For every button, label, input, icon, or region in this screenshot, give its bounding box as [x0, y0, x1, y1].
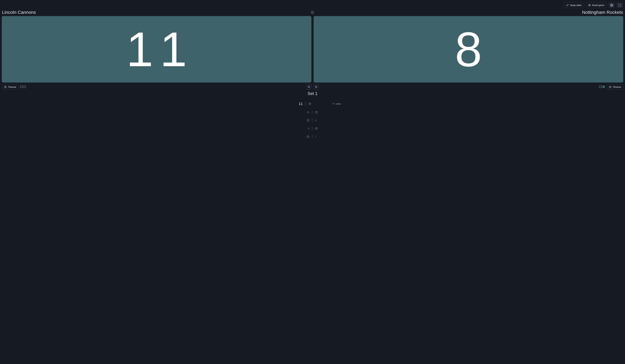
log-right-cell: 7	[315, 135, 341, 138]
timeout-dot	[23, 85, 26, 88]
set-label-row: Set 1	[1, 90, 624, 96]
log-right-cell	[309, 103, 328, 105]
score-left-value: 11	[120, 25, 193, 74]
timeout-indicators-left	[20, 85, 26, 89]
settings-button[interactable]	[608, 2, 615, 8]
log-right-cell: 8	[315, 119, 341, 122]
timeout-button-right[interactable]: Timeout	[606, 84, 623, 90]
log-value: 8	[315, 119, 316, 122]
log-right-cell	[315, 127, 341, 130]
gear-icon	[610, 4, 613, 7]
sets-won-right: 0	[313, 84, 319, 90]
log-left-cell: 10	[283, 111, 309, 113]
team-left-name: Lincoln Cannons	[2, 10, 311, 15]
svg-rect-6	[315, 112, 317, 113]
log-value: 10	[307, 111, 309, 113]
clock-icon	[609, 86, 612, 88]
score-card-right[interactable]: 8	[313, 16, 623, 83]
score-log: 11Undo10897	[1, 96, 624, 363]
calendar-icon	[315, 127, 318, 130]
log-row: 8	[283, 119, 342, 122]
clock-icon	[4, 86, 7, 88]
score-right-value: 8	[455, 25, 482, 74]
sets-won-left: 0	[306, 84, 312, 90]
timeout-label-left: Timeout	[8, 86, 16, 88]
set-label: Set 1	[308, 91, 317, 96]
calendar-icon	[309, 103, 311, 105]
sets-center: 0 0	[306, 84, 319, 90]
svg-rect-9	[307, 136, 309, 138]
reset-icon	[588, 4, 591, 6]
svg-rect-7	[307, 119, 309, 121]
svg-rect-5	[309, 103, 311, 105]
calendar-icon	[307, 119, 309, 122]
app-root: Swap sides Reset game Lincoln Cannons No…	[0, 0, 625, 364]
log-value: 11	[299, 102, 303, 106]
maximize-icon	[618, 4, 621, 7]
timeout-indicators-right	[599, 85, 605, 89]
below-row: Timeout 0 0 Timeout	[1, 83, 624, 90]
log-left-cell: 11	[283, 102, 303, 106]
undo-button[interactable]: Undo	[332, 102, 342, 106]
team-right-name: Nottingham Rockets	[314, 10, 623, 15]
log-left-cell	[283, 135, 309, 138]
calendar-icon	[307, 135, 309, 138]
log-separator	[312, 119, 312, 122]
log-right-cell	[315, 111, 341, 113]
undo-label: Undo	[336, 103, 341, 105]
log-separator	[312, 127, 312, 130]
log-value: 9	[308, 127, 309, 130]
fullscreen-button[interactable]	[617, 2, 623, 8]
scores-row: 11 8	[1, 16, 624, 83]
swap-sides-label: Swap sides	[570, 4, 582, 6]
log-separator	[312, 111, 312, 114]
timeout-dot	[20, 85, 23, 88]
timeout-dot	[602, 85, 605, 88]
score-card-left[interactable]: 11	[2, 16, 312, 83]
timeout-group-left: Timeout	[2, 84, 304, 90]
volleyball-icon	[311, 11, 314, 14]
swap-sides-button[interactable]: Swap sides	[564, 2, 584, 8]
log-row: 9	[283, 127, 342, 130]
timeout-group-right: Timeout	[321, 84, 623, 90]
log-left-cell: 9	[283, 127, 309, 130]
log-row: 7	[283, 135, 342, 139]
topbar: Swap sides Reset game	[1, 1, 624, 10]
log-extra-cell: Undo	[329, 102, 342, 106]
reset-game-label: Reset game	[592, 4, 604, 6]
swap-icon	[566, 4, 569, 6]
timeout-button-left[interactable]: Timeout	[2, 84, 19, 90]
svg-point-1	[611, 5, 612, 6]
timeout-dot	[599, 85, 602, 88]
undo-icon	[333, 103, 335, 105]
calendar-icon	[315, 111, 318, 113]
log-value: 7	[315, 135, 316, 138]
log-left-cell	[283, 119, 309, 122]
log-row: 10	[283, 111, 342, 114]
reset-game-button[interactable]: Reset game	[586, 2, 607, 8]
svg-point-2	[311, 11, 314, 14]
log-row: 11Undo	[283, 102, 342, 106]
log-separator	[312, 135, 312, 139]
teams-row: Lincoln Cannons Nottingham Rockets	[1, 10, 624, 16]
timeout-label-right: Timeout	[613, 86, 621, 88]
svg-rect-8	[315, 128, 317, 129]
log-separator	[305, 102, 306, 106]
